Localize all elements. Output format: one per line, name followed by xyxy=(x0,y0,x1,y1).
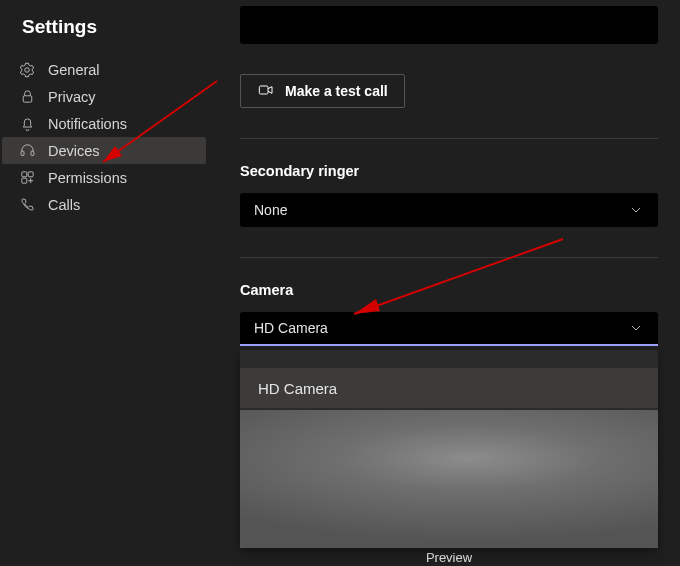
secondary-ringer-title: Secondary ringer xyxy=(240,163,668,179)
headset-icon xyxy=(18,142,36,160)
apps-icon xyxy=(18,169,36,187)
svg-rect-5 xyxy=(28,172,33,177)
sidebar-item-general[interactable]: General xyxy=(0,56,210,83)
secondary-ringer-select[interactable]: None xyxy=(240,193,658,227)
svg-rect-7 xyxy=(259,86,268,94)
svg-rect-3 xyxy=(31,151,34,155)
camera-select[interactable]: HD Camera xyxy=(240,312,658,346)
lock-icon xyxy=(18,88,36,106)
chevron-down-icon xyxy=(628,202,644,218)
sidebar-item-label: Devices xyxy=(48,143,100,159)
sidebar-item-permissions[interactable]: Permissions xyxy=(0,164,210,191)
svg-rect-2 xyxy=(21,151,24,155)
svg-rect-6 xyxy=(21,178,26,183)
camera-title: Camera xyxy=(240,282,668,298)
camera-option-label: HD Camera xyxy=(258,380,337,397)
camera-preview-image xyxy=(240,410,658,548)
camera-value: HD Camera xyxy=(254,320,328,336)
secondary-ringer-value: None xyxy=(254,202,287,218)
chevron-down-icon xyxy=(628,320,644,336)
sidebar-item-notifications[interactable]: Notifications xyxy=(0,110,210,137)
sidebar-item-privacy[interactable]: Privacy xyxy=(0,83,210,110)
camera-dropdown: HD Camera xyxy=(240,350,658,548)
section-divider xyxy=(240,257,658,258)
gear-icon xyxy=(18,61,36,79)
test-call-label: Make a test call xyxy=(285,83,388,99)
sidebar-item-label: Notifications xyxy=(48,116,127,132)
sidebar-item-label: General xyxy=(48,62,100,78)
sidebar-item-label: Calls xyxy=(48,197,80,213)
settings-sidebar: Settings General Privacy Notifications D… xyxy=(0,0,210,566)
svg-rect-1 xyxy=(23,96,32,102)
svg-rect-4 xyxy=(21,172,26,177)
make-test-call-button[interactable]: Make a test call xyxy=(240,74,405,108)
sidebar-item-calls[interactable]: Calls xyxy=(0,191,210,218)
svg-point-0 xyxy=(25,67,30,72)
sidebar-item-label: Privacy xyxy=(48,89,96,105)
settings-main: Make a test call Secondary ringer None C… xyxy=(210,0,680,566)
camera-option[interactable]: HD Camera xyxy=(240,368,658,408)
truncated-select[interactable] xyxy=(240,6,658,44)
camera-preview-label: Preview xyxy=(240,550,658,565)
bell-icon xyxy=(18,115,36,133)
phone-icon xyxy=(18,196,36,214)
settings-title: Settings xyxy=(0,8,210,56)
video-call-icon xyxy=(257,82,275,101)
section-divider xyxy=(240,138,658,139)
sidebar-item-devices[interactable]: Devices xyxy=(2,137,206,164)
sidebar-item-label: Permissions xyxy=(48,170,127,186)
